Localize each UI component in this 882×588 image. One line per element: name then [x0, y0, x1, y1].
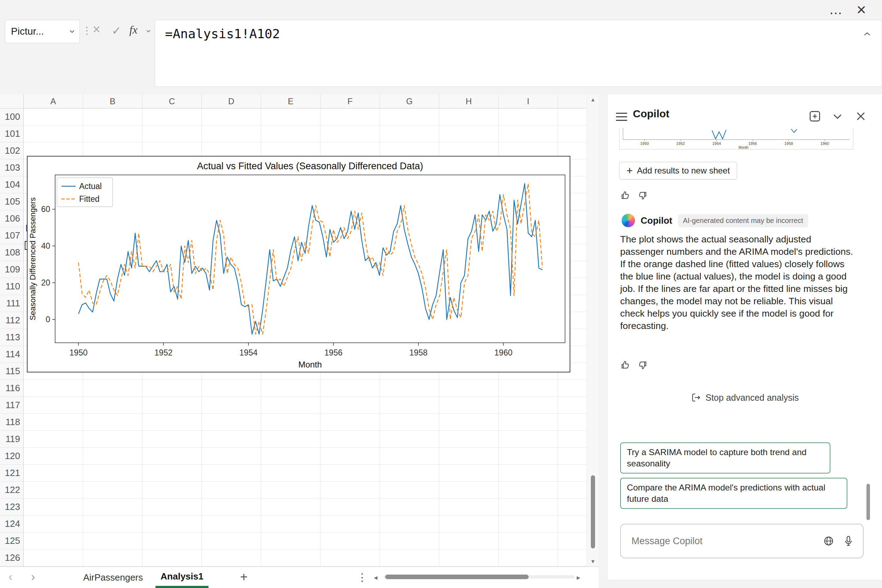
- panel-scroll-thumb[interactable]: [867, 484, 870, 520]
- stop-analysis-label: Stop advanced analysis: [705, 393, 799, 403]
- svg-text:Actual: Actual: [79, 182, 102, 191]
- row-header-104[interactable]: 104: [0, 176, 23, 193]
- new-chat-icon[interactable]: [808, 109, 822, 123]
- window-close-icon[interactable]: ×: [856, 0, 866, 19]
- column-header-E[interactable]: E: [261, 94, 321, 108]
- close-panel-icon[interactable]: [854, 109, 868, 123]
- row-header-109[interactable]: 109: [0, 261, 23, 278]
- row-header-120[interactable]: 120: [0, 448, 23, 465]
- add-results-button[interactable]: + Add results to new sheet: [619, 162, 737, 180]
- row-header-101[interactable]: 101: [0, 126, 23, 142]
- row-header-103[interactable]: 103: [0, 159, 23, 176]
- chevron-down-icon[interactable]: [830, 109, 844, 123]
- suggestion-chip-sarima[interactable]: Try a SARIMA model to capture both trend…: [620, 442, 830, 474]
- chevron-down-icon: [68, 28, 76, 35]
- row-header-125[interactable]: 125: [0, 532, 23, 549]
- copilot-avatar: [622, 214, 635, 227]
- grid-vertical-scrollbar[interactable]: ▲ ▼: [587, 94, 598, 567]
- row-header-124[interactable]: 124: [0, 516, 23, 532]
- row-header-100[interactable]: 100: [0, 108, 23, 126]
- arima-plot-picture[interactable]: Actual vs Fitted Values (Seasonally Diff…: [27, 156, 570, 372]
- svg-text:1950: 1950: [640, 141, 649, 146]
- stop-advanced-analysis-button[interactable]: Stop advanced analysis: [690, 392, 799, 403]
- sheet-options-icon[interactable]: ⋮: [357, 571, 368, 584]
- thumbs-down-icon[interactable]: [637, 190, 648, 201]
- insert-function-icon[interactable]: fx: [129, 23, 138, 36]
- row-header-116[interactable]: 116: [0, 380, 23, 397]
- formula-value[interactable]: =Analysis1!A102: [165, 27, 280, 41]
- row-header-121[interactable]: 121: [0, 465, 23, 482]
- row-header-113[interactable]: 113: [0, 329, 23, 346]
- copilot-message-input[interactable]: [632, 536, 823, 547]
- sheet-nav-left-icon[interactable]: ‹: [9, 570, 12, 584]
- row-header-106[interactable]: 106: [0, 210, 23, 227]
- accept-entry-icon[interactable]: ✓: [112, 24, 121, 38]
- row-header-108[interactable]: 108: [0, 244, 23, 261]
- mini-chart-svg: 195019521954195619581960Month: [620, 128, 853, 150]
- row-header-123[interactable]: 123: [0, 499, 23, 516]
- row-header-110[interactable]: 110: [0, 278, 23, 295]
- row-header-107[interactable]: 107: [0, 227, 23, 244]
- formula-bar-divider: ⋮: [82, 25, 92, 36]
- window-more-icon[interactable]: …: [829, 2, 843, 17]
- hscroll-right-icon[interactable]: ▸: [577, 573, 580, 582]
- column-header-B[interactable]: B: [83, 94, 142, 108]
- svg-text:1956: 1956: [324, 348, 342, 357]
- horizontal-scroll-thumb[interactable]: [385, 574, 529, 579]
- vertical-scroll-thumb[interactable]: [591, 475, 595, 548]
- formula-bar[interactable]: =Analysis1!A102: [155, 20, 882, 87]
- column-header-H[interactable]: H: [439, 94, 499, 108]
- row-header-112[interactable]: 112: [0, 312, 23, 329]
- feedback-row: [620, 360, 648, 370]
- sheet-nav-right-icon[interactable]: ›: [31, 570, 35, 584]
- sheet-tab-analysis1[interactable]: Analysis1: [156, 567, 208, 588]
- row-header-118[interactable]: 118: [0, 414, 23, 431]
- svg-text:1954: 1954: [240, 348, 258, 357]
- feedback-row: [620, 190, 648, 201]
- thumbs-up-icon[interactable]: [620, 360, 631, 370]
- svg-text:Actual vs Fitted Values (Seaso: Actual vs Fitted Values (Seasonally Diff…: [197, 161, 423, 171]
- add-sheet-icon[interactable]: +: [236, 570, 252, 585]
- menu-icon[interactable]: [616, 113, 627, 123]
- name-box[interactable]: Pictur...: [5, 20, 80, 43]
- thumbs-up-icon[interactable]: [620, 190, 631, 201]
- svg-text:Month: Month: [298, 360, 322, 369]
- row-header-105[interactable]: 105: [0, 193, 23, 210]
- column-header-F[interactable]: F: [321, 94, 380, 108]
- row-headers: 1001011021031041051061071081091101111121…: [0, 108, 24, 567]
- column-header-G[interactable]: G: [380, 94, 439, 108]
- sheet-tab-airpassengers[interactable]: AirPassengers: [72, 567, 154, 588]
- row-header-119[interactable]: 119: [0, 431, 23, 448]
- copilot-sender: Copilot: [640, 215, 672, 226]
- row-header-111[interactable]: 111: [0, 295, 23, 312]
- microphone-icon[interactable]: [842, 535, 854, 547]
- row-header-102[interactable]: 102: [0, 142, 23, 159]
- svg-text:1958: 1958: [784, 141, 793, 146]
- svg-text:1960: 1960: [820, 141, 829, 146]
- collapse-formula-bar-icon[interactable]: [862, 28, 873, 39]
- row-header-114[interactable]: 114: [0, 346, 23, 363]
- copilot-model-icon[interactable]: [823, 535, 835, 547]
- copilot-chart-thumbnail[interactable]: 195019521954195619581960Month: [619, 128, 854, 150]
- row-header-126[interactable]: 126: [0, 549, 23, 567]
- copilot-input-container: [620, 524, 864, 558]
- select-all-corner[interactable]: [0, 94, 24, 108]
- scroll-down-icon[interactable]: ▼: [587, 558, 598, 564]
- svg-text:1954: 1954: [712, 141, 721, 146]
- column-header-C[interactable]: C: [142, 94, 202, 108]
- cancel-entry-icon[interactable]: ×: [93, 22, 100, 37]
- column-header-A[interactable]: A: [24, 94, 83, 108]
- row-header-117[interactable]: 117: [0, 397, 23, 414]
- row-header-115[interactable]: 115: [0, 363, 23, 380]
- column-headers: ABCDEFGHI: [24, 94, 586, 108]
- svg-text:Fitted: Fitted: [79, 194, 100, 204]
- row-header-122[interactable]: 122: [0, 482, 23, 499]
- suggestion-chip-compare[interactable]: Compare the ARIMA model's predictions wi…: [620, 478, 848, 509]
- column-header-I[interactable]: I: [499, 94, 558, 108]
- hscroll-left-icon[interactable]: ◂: [374, 573, 377, 582]
- thumbs-down-icon[interactable]: [637, 360, 648, 370]
- chevron-down-icon[interactable]: [145, 28, 152, 34]
- scroll-up-icon[interactable]: ▲: [587, 96, 598, 102]
- svg-text:1950: 1950: [70, 348, 88, 357]
- column-header-D[interactable]: D: [202, 94, 261, 108]
